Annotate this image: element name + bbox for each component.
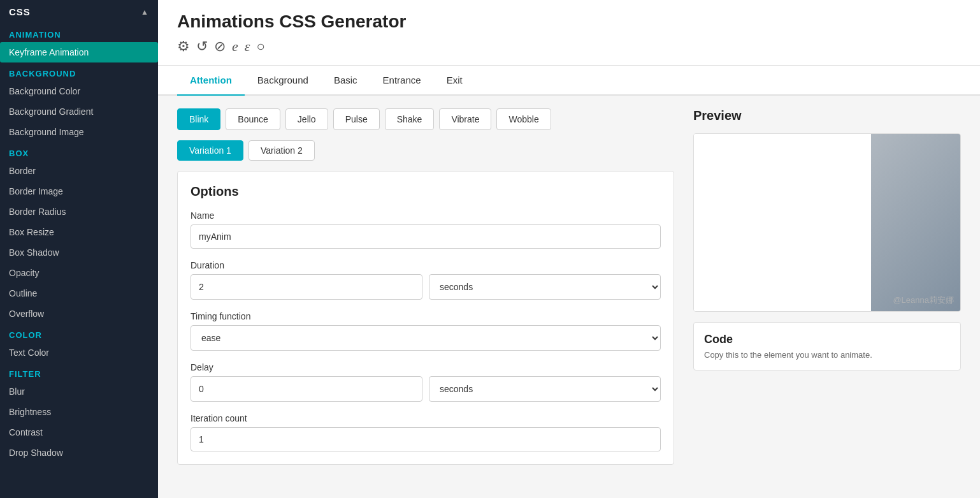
preview-right-area <box>871 134 960 311</box>
sidebar-item-opacity[interactable]: Opacity <box>0 263 158 283</box>
tabs-row: Attention Background Basic Entrance Exit <box>158 66 980 96</box>
anim-btn-wobble[interactable]: Wobble <box>496 108 551 130</box>
iteration-input[interactable] <box>191 427 661 451</box>
page-header: Animations CSS Generator ⚙ ↺ ⊘ e ε ○ <box>158 0 980 66</box>
sidebar-item-drop-shadow[interactable]: Drop Shadow <box>0 443 158 463</box>
variation-buttons: Variation 1 Variation 2 <box>177 140 674 161</box>
ie-icon: e <box>232 38 238 55</box>
chevron-up-icon: ▲ <box>141 8 149 17</box>
content-area: Blink Bounce Jello Pulse Shake Vibrate W… <box>158 96 980 498</box>
delay-field-group: Delay seconds milliseconds <box>191 362 661 402</box>
preview-left-area <box>694 134 871 311</box>
sidebar-header: CSS ▲ <box>0 0 158 24</box>
anim-btn-jello[interactable]: Jello <box>285 108 328 130</box>
sidebar-section-filter: FILTER <box>0 363 158 381</box>
code-section: Code Copy this to the element you want t… <box>693 322 961 370</box>
anim-btn-shake[interactable]: Shake <box>385 108 435 130</box>
opera-icon: ⊘ <box>214 38 226 55</box>
animation-type-buttons: Blink Bounce Jello Pulse Shake Vibrate W… <box>177 108 674 130</box>
sidebar-section-animation: ANIMATION <box>0 24 158 42</box>
duration-label: Duration <box>191 260 661 270</box>
sidebar-item-text-color[interactable]: Text Color <box>0 342 158 363</box>
tab-background[interactable]: Background <box>245 66 321 96</box>
firefox-icon: ↺ <box>196 38 208 55</box>
duration-row: seconds milliseconds <box>191 274 661 300</box>
duration-input[interactable] <box>191 274 422 300</box>
options-section: Options Name Duration seconds millisecon… <box>177 171 674 465</box>
timing-select[interactable]: ease linear ease-in ease-out ease-in-out <box>191 325 661 351</box>
right-panel: Preview @Leanna莉安娜 Code Copy this to the… <box>693 108 961 485</box>
sidebar-item-outline[interactable]: Outline <box>0 283 158 304</box>
duration-unit-select[interactable]: seconds milliseconds <box>429 274 661 300</box>
anim-btn-pulse[interactable]: Pulse <box>333 108 380 130</box>
sidebar-item-contrast[interactable]: Contrast <box>0 422 158 443</box>
delay-label: Delay <box>191 362 661 372</box>
sidebar-item-box-resize[interactable]: Box Resize <box>0 222 158 242</box>
sidebar-item-blur[interactable]: Blur <box>0 381 158 402</box>
sidebar: CSS ▲ ANIMATION Keyframe Animation BACKG… <box>0 0 158 498</box>
anim-btn-blink[interactable]: Blink <box>177 108 220 130</box>
sidebar-item-border[interactable]: Border <box>0 161 158 181</box>
tab-entrance[interactable]: Entrance <box>370 66 434 96</box>
sidebar-item-background-color[interactable]: Background Color <box>0 81 158 101</box>
sidebar-item-keyframe-animation[interactable]: Keyframe Animation <box>0 42 158 62</box>
sidebar-item-border-radius[interactable]: Border Radius <box>0 201 158 222</box>
iteration-field-group: Iteration count <box>191 413 661 451</box>
sidebar-section-box: BOX <box>0 142 158 161</box>
page-title: Animations CSS Generator <box>177 11 961 32</box>
sidebar-item-background-gradient[interactable]: Background Gradient <box>0 101 158 122</box>
safari-icon: ○ <box>256 38 264 55</box>
left-panel: Blink Bounce Jello Pulse Shake Vibrate W… <box>177 108 674 485</box>
main-content: Animations CSS Generator ⚙ ↺ ⊘ e ε ○ Att… <box>158 0 980 498</box>
sidebar-title: CSS <box>9 6 31 17</box>
sidebar-item-background-image[interactable]: Background Image <box>0 122 158 142</box>
sidebar-item-border-image[interactable]: Border Image <box>0 181 158 201</box>
sidebar-item-overflow[interactable]: Overflow <box>0 304 158 324</box>
iteration-label: Iteration count <box>191 413 661 423</box>
variation-1-button[interactable]: Variation 1 <box>177 140 243 161</box>
chrome-icon: ⚙ <box>177 38 190 55</box>
preview-box: @Leanna莉安娜 <box>693 133 961 312</box>
sidebar-section-background: BACKGROUND <box>0 62 158 81</box>
tab-basic[interactable]: Basic <box>321 66 370 96</box>
duration-field-group: Duration seconds milliseconds <box>191 260 661 300</box>
edge-icon: ε <box>245 38 250 55</box>
sidebar-item-brightness[interactable]: Brightness <box>0 402 158 422</box>
anim-btn-vibrate[interactable]: Vibrate <box>439 108 491 130</box>
preview-title: Preview <box>693 108 961 123</box>
code-title: Code <box>704 333 950 346</box>
name-input[interactable] <box>191 224 661 249</box>
sidebar-section-color: COLOR <box>0 324 158 342</box>
delay-unit-select[interactable]: seconds milliseconds <box>429 376 661 402</box>
options-title: Options <box>191 184 661 199</box>
sidebar-item-box-shadow[interactable]: Box Shadow <box>0 242 158 263</box>
timing-label: Timing function <box>191 311 661 321</box>
delay-input[interactable] <box>191 376 422 402</box>
code-description: Copy this to the element you want to ani… <box>704 350 950 360</box>
anim-btn-bounce[interactable]: Bounce <box>226 108 280 130</box>
timing-field-group: Timing function ease linear ease-in ease… <box>191 311 661 351</box>
browser-icons-row: ⚙ ↺ ⊘ e ε ○ <box>177 38 961 55</box>
tab-attention[interactable]: Attention <box>177 66 245 96</box>
name-label: Name <box>191 210 661 221</box>
variation-2-button[interactable]: Variation 2 <box>249 140 315 161</box>
tab-exit[interactable]: Exit <box>434 66 475 96</box>
name-field-group: Name <box>191 210 661 249</box>
delay-row: seconds milliseconds <box>191 376 661 402</box>
